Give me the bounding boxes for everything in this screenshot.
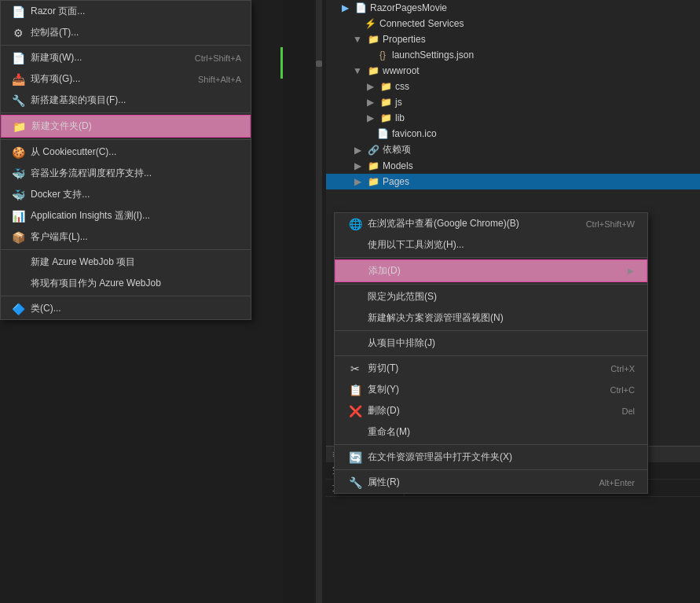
project-icon: ▶ bbox=[339, 2, 351, 14]
menu-item-label: 将现有项目作为 Azure WebJob bbox=[31, 277, 241, 290]
right-menu-icon: ✂ bbox=[347, 362, 363, 375]
right-menu-item-open-folder[interactable]: 🔄在文件资源管理器中打开文件夹(X) bbox=[335, 447, 647, 468]
right-menu-item-scope[interactable]: 限定为此范围(S) bbox=[335, 286, 647, 307]
menu-item-label: 从 Cookiecutter(C)... bbox=[31, 145, 241, 159]
left-menu-item-new-folder[interactable]: 📁新建文件夹(D) bbox=[1, 115, 251, 138]
tree-item-label: wwwroot bbox=[383, 65, 420, 76]
menu-separator bbox=[1, 139, 251, 140]
right-menu-separator bbox=[335, 284, 647, 285]
tree-item-lib[interactable]: ▶📁lib bbox=[326, 110, 700, 126]
right-menu-item-delete[interactable]: ❌删除(D)Del bbox=[335, 400, 647, 421]
left-menu-item-docker[interactable]: 🐳Docker 支持... bbox=[1, 184, 251, 205]
left-menu-item-container[interactable]: 🐳容器业务流程调度程序支持... bbox=[1, 163, 251, 184]
right-menu-icon: 🌐 bbox=[347, 218, 363, 230]
right-menu-item-open-with[interactable]: 使用以下工具浏览(H)... bbox=[335, 234, 647, 256]
right-menu-label: 从项目中排除(J) bbox=[368, 336, 635, 350]
right-menu-shortcut: Ctrl+C bbox=[610, 385, 635, 395]
menu-separator bbox=[1, 112, 251, 113]
right-menu-icon: ❌ bbox=[347, 405, 363, 417]
right-menu-item-add[interactable]: 添加(D)▶ bbox=[335, 259, 647, 282]
tree-item-properties[interactable]: ▼📁Properties bbox=[326, 31, 700, 47]
right-menu-item-properties[interactable]: 🔧属性(R)Alt+Enter bbox=[335, 472, 647, 493]
tree-file-icon: 🔗 bbox=[367, 144, 379, 156]
right-menu-label: 重命名(M) bbox=[368, 425, 635, 439]
tree-expand-icon: ▶ bbox=[364, 96, 376, 108]
menu-item-label: 控制器(T)... bbox=[31, 26, 241, 39]
right-menu-label: 删除(D) bbox=[368, 404, 606, 417]
tree-item-launchsettings[interactable]: {}launchSettings.json bbox=[326, 47, 700, 63]
left-menu-item-clientlib[interactable]: 📦客户端库(L)... bbox=[1, 226, 251, 248]
tree-file-icon: ⚡ bbox=[364, 17, 376, 30]
right-menu-label: 添加(D) bbox=[368, 264, 625, 278]
menu-item-icon bbox=[10, 278, 26, 290]
tree-item-label: lib bbox=[395, 112, 405, 123]
right-menu-item-open-chrome[interactable]: 🌐在浏览器中查看(Google Chrome)(B)Ctrl+Shift+W bbox=[335, 213, 647, 234]
tree-expand-icon: ▶ bbox=[364, 112, 376, 124]
menu-item-label: Docker 支持... bbox=[31, 188, 241, 201]
right-menu-item-exclude[interactable]: 从项目中排除(J) bbox=[335, 333, 647, 354]
editor-scrollbar[interactable] bbox=[316, 0, 322, 603]
right-menu-separator bbox=[335, 469, 647, 470]
project-file-icon: 📄 bbox=[354, 2, 367, 14]
right-menu-icon bbox=[347, 312, 363, 325]
tree-item-css[interactable]: ▶📁css bbox=[326, 79, 700, 94]
tree-file-icon: 📁 bbox=[367, 33, 379, 46]
left-menu-item-azure-webjob-existing[interactable]: 将现有项目作为 Azure WebJob bbox=[1, 273, 251, 294]
right-menu-label: 在浏览器中查看(Google Chrome)(B) bbox=[368, 217, 570, 230]
right-menu-shortcut: Del bbox=[621, 406, 635, 416]
right-menu-item-copy[interactable]: 📋复制(Y)Ctrl+C bbox=[335, 379, 647, 400]
left-menu-item-cookiecutter[interactable]: 🍪从 Cookiecutter(C)... bbox=[1, 142, 251, 163]
menu-item-icon: 🍪 bbox=[10, 146, 26, 159]
tree-item-label: launchSettings.json bbox=[392, 50, 474, 61]
menu-separator bbox=[1, 45, 251, 46]
right-menu-icon: 🔄 bbox=[347, 451, 363, 464]
tree-item-project[interactable]: ▶ 📄 RazorPagesMovie bbox=[326, 0, 700, 16]
tree-item-models[interactable]: ▶📁Models bbox=[326, 158, 700, 174]
menu-item-label: 类(C)... bbox=[31, 302, 241, 315]
menu-item-icon: 📄 bbox=[10, 52, 26, 64]
tree-file-icon: {} bbox=[376, 49, 389, 61]
right-menu-separator bbox=[335, 257, 647, 258]
right-menu-label: 复制(Y) bbox=[368, 383, 595, 396]
menu-item-label: Razor 页面... bbox=[31, 5, 241, 18]
right-menu-icon: 📋 bbox=[347, 384, 363, 396]
menu-item-label: 容器业务流程调度程序支持... bbox=[31, 167, 241, 180]
left-menu-item-appinsights[interactable]: 📊Application Insights 遥测(I)... bbox=[1, 205, 251, 226]
tree-file-icon: 📁 bbox=[367, 160, 379, 172]
left-menu-item-existing-item[interactable]: 📥现有项(G)...Shift+Alt+A bbox=[1, 68, 251, 90]
right-menu-shortcut: Ctrl+X bbox=[610, 364, 635, 373]
tree-item-label: Properties bbox=[383, 34, 426, 45]
menu-item-label: 客户端库(L)... bbox=[31, 230, 241, 244]
tree-item-label: 依赖项 bbox=[383, 143, 411, 156]
tree-file-icon: 📁 bbox=[379, 96, 392, 108]
left-menu-item-razor-page[interactable]: 📄Razor 页面... bbox=[1, 1, 251, 22]
menu-item-icon: 📁 bbox=[11, 120, 27, 133]
menu-item-label: 现有项(G)... bbox=[31, 72, 182, 86]
right-menu-item-new-solution-view[interactable]: 新建解决方案资源管理器视图(N) bbox=[335, 307, 647, 329]
menu-item-label: Application Insights 遥测(I)... bbox=[31, 209, 241, 222]
right-menu-shortcut: Alt+Enter bbox=[599, 478, 635, 487]
left-menu-item-scaffold[interactable]: 🔧新搭建基架的项目(F)... bbox=[1, 90, 251, 111]
menu-item-icon: ⚙ bbox=[10, 27, 26, 39]
right-context-menu: 🌐在浏览器中查看(Google Chrome)(B)Ctrl+Shift+W使用… bbox=[334, 212, 648, 494]
menu-item-label: 新建 Azure WebJob 项目 bbox=[31, 256, 241, 269]
left-menu-item-azure-webjob-new[interactable]: 新建 Azure WebJob 项目 bbox=[1, 252, 251, 273]
menu-item-shortcut: Ctrl+Shift+A bbox=[195, 53, 241, 63]
tree-item-connected-services[interactable]: ⚡Connected Services bbox=[326, 16, 700, 31]
editor-minimap bbox=[283, 0, 314, 603]
left-menu-item-new-item[interactable]: 📄新建项(W)...Ctrl+Shift+A bbox=[1, 47, 251, 68]
left-menu-item-class[interactable]: 🔷类(C)... bbox=[1, 298, 251, 319]
tree-item-dependencies[interactable]: ▶🔗依赖项 bbox=[326, 142, 700, 158]
right-menu-item-rename[interactable]: 重命名(M) bbox=[335, 421, 647, 443]
tree-item-pages[interactable]: ▶📁Pages bbox=[326, 174, 700, 189]
tree-item-favicon[interactable]: 📄favicon.ico bbox=[326, 126, 700, 142]
right-menu-item-cut[interactable]: ✂剪切(T)Ctrl+X bbox=[335, 358, 647, 379]
right-menu-icon bbox=[347, 239, 363, 252]
tree-expand-icon: ▶ bbox=[351, 144, 364, 156]
left-menu-item-controller[interactable]: ⚙控制器(T)... bbox=[1, 22, 251, 43]
tree-item-wwwroot[interactable]: ▼📁wwwroot bbox=[326, 63, 700, 79]
right-menu-icon bbox=[347, 426, 363, 439]
menu-item-label: 新搭建基架的项目(F)... bbox=[31, 94, 241, 107]
tree-item-js[interactable]: ▶📁js bbox=[326, 94, 700, 110]
menu-separator bbox=[1, 296, 251, 296]
